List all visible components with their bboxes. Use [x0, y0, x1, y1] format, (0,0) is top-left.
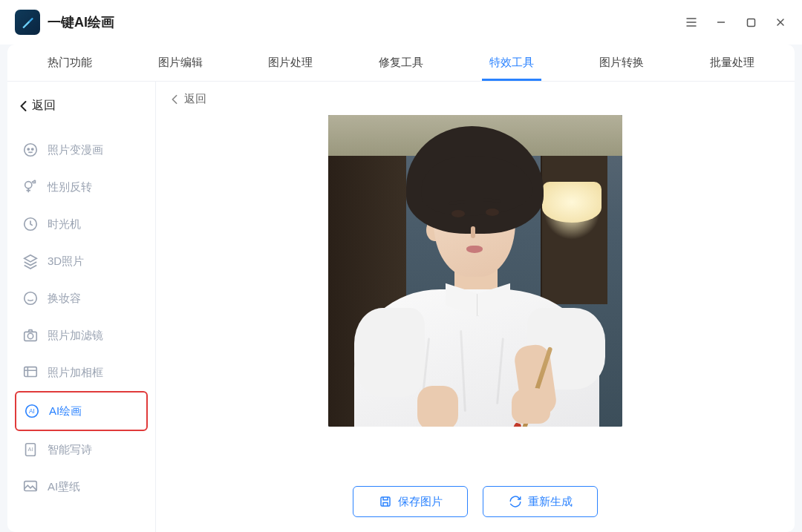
chevron-left-icon: [19, 100, 27, 112]
titlebar: 一键AI绘画: [0, 0, 802, 45]
save-label: 保存图片: [398, 495, 443, 509]
sidebar-item-filter[interactable]: 照片加滤镜: [15, 317, 148, 354]
sidebar-item-time[interactable]: 时光机: [15, 206, 148, 243]
window-controls: [685, 16, 787, 29]
save-button[interactable]: 保存图片: [353, 486, 468, 517]
tab-hot[interactable]: 热门功能: [15, 45, 125, 81]
menu-icon[interactable]: [685, 16, 698, 29]
title-left: 一键AI绘画: [15, 10, 114, 35]
canvas-wrap: [171, 115, 780, 473]
sidebar-item-frame[interactable]: 照片加相框: [15, 354, 148, 391]
tab-edit[interactable]: 图片编辑: [125, 45, 236, 81]
close-button[interactable]: [774, 16, 787, 29]
tab-effects[interactable]: 特效工具: [456, 45, 567, 81]
main-back-label: 返回: [184, 92, 206, 106]
palette-icon: AI: [24, 403, 40, 419]
sidebar-item-label: 照片变漫画: [48, 143, 103, 157]
regenerate-button[interactable]: 重新生成: [483, 486, 598, 517]
sidebar-item-anime[interactable]: 照片变漫画: [15, 131, 148, 168]
clock-icon: [22, 216, 39, 232]
sidebar-item-label: 性别反转: [48, 180, 92, 194]
svg-point-2: [27, 148, 29, 150]
generated-image: [328, 115, 622, 427]
sidebar-item-label: 智能写诗: [48, 443, 92, 457]
tab-repair[interactable]: 修复工具: [346, 45, 457, 81]
chevron-left-icon: [171, 94, 178, 105]
sidebar-item-label: AI绘画: [49, 404, 82, 418]
svg-point-8: [27, 333, 33, 338]
sidebar-item-wallpaper[interactable]: AI壁纸: [15, 468, 148, 505]
svg-point-1: [25, 144, 37, 157]
app-title: 一键AI绘画: [48, 13, 114, 31]
maximize-button[interactable]: [744, 16, 757, 29]
action-row: 保存图片 重新生成: [171, 486, 780, 517]
save-icon: [379, 495, 392, 508]
anime-icon: [22, 142, 39, 158]
refresh-icon: [509, 495, 522, 508]
document-ai-icon: AI: [22, 441, 39, 458]
gender-icon: [22, 179, 39, 195]
tab-convert[interactable]: 图片转换: [567, 45, 677, 81]
svg-point-6: [25, 292, 37, 305]
svg-point-3: [32, 148, 33, 150]
sidebar-item-3d[interactable]: 3D照片: [15, 243, 148, 280]
layers-icon: [22, 253, 39, 269]
sidebar-item-ai-draw[interactable]: AI AI绘画: [15, 391, 148, 431]
svg-rect-14: [25, 482, 37, 491]
main-back-button[interactable]: 返回: [171, 92, 780, 106]
svg-text:AI: AI: [28, 446, 33, 453]
sidebar-item-label: 换妆容: [48, 292, 81, 306]
main-area: 返回: [156, 82, 795, 532]
face-icon: [22, 290, 39, 306]
camera-icon: [22, 327, 39, 344]
sidebar-item-gender[interactable]: 性别反转: [15, 168, 148, 206]
sidebar-item-label: 时光机: [48, 217, 81, 231]
svg-text:AI: AI: [29, 408, 35, 415]
body: 返回 照片变漫画 性别反转 时光机 3D照片 换妆容 照片加滤镜 照片加相框: [7, 82, 795, 532]
sidebar-back-label: 返回: [32, 98, 56, 114]
brush-logo-icon: [20, 15, 35, 30]
svg-rect-9: [25, 367, 37, 377]
tab-batch[interactable]: 批量处理: [677, 45, 787, 81]
sidebar-item-label: 3D照片: [48, 254, 84, 269]
sidebar-item-label: AI壁纸: [48, 480, 80, 494]
sidebar-item-makeup[interactable]: 换妆容: [15, 280, 148, 317]
image-icon: [22, 479, 39, 495]
svg-rect-0: [747, 19, 754, 26]
tab-process[interactable]: 图片处理: [235, 45, 346, 81]
regenerate-label: 重新生成: [528, 495, 573, 509]
top-tabs: 热门功能 图片编辑 图片处理 修复工具 特效工具 图片转换 批量处理: [7, 45, 795, 82]
sidebar-item-label: 照片加滤镜: [48, 329, 103, 343]
sidebar-back-button[interactable]: 返回: [15, 95, 148, 116]
svg-rect-15: [381, 497, 390, 506]
sidebar: 返回 照片变漫画 性别反转 时光机 3D照片 换妆容 照片加滤镜 照片加相框: [7, 82, 156, 532]
sidebar-item-poem[interactable]: AI 智能写诗: [15, 431, 148, 468]
minimize-button[interactable]: [714, 16, 728, 29]
app-logo: [15, 10, 40, 35]
frame-icon: [22, 364, 39, 381]
sidebar-item-label: 照片加相框: [48, 366, 103, 380]
svg-point-4: [25, 182, 32, 188]
